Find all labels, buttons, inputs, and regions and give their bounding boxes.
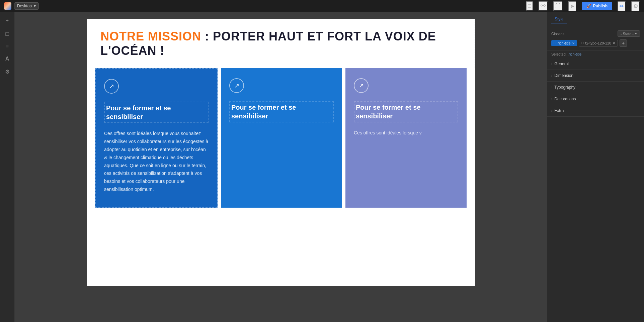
chevron-general: › xyxy=(551,62,552,66)
tag-remove-t2-typo[interactable]: ✕ xyxy=(613,41,615,45)
tag-icon-t2-typo: ☐ xyxy=(581,41,584,45)
chevron-typography: › xyxy=(551,86,552,89)
sidebar-item-layers[interactable]: ≡ xyxy=(2,41,13,51)
cursor-icon[interactable]: ➤ xyxy=(568,1,576,11)
eye-icon[interactable]: 👁 xyxy=(539,1,548,11)
chevron-extra: › xyxy=(551,109,552,113)
section-typography: › Typography xyxy=(547,82,644,93)
state-label: - State - xyxy=(621,32,634,36)
section-general: › General xyxy=(547,58,644,70)
section-general-header[interactable]: › General xyxy=(547,58,644,70)
panel-tabs: Style xyxy=(551,15,567,23)
topbar: Desktop ▾ □ 👁 ⛶ ➤ 🚀 Publish ✏ ⚙ xyxy=(0,0,644,12)
tag-rich-title[interactable]: ☐ rich-title ✕ xyxy=(551,40,577,46)
cs-tags: ☐ rich-title ✕ ☐ t2-typo-120-120 ✕ + xyxy=(551,39,640,47)
canvas-area[interactable]: NOTRE MISSION : PORTER HAUT ET FORT LA V… xyxy=(15,12,547,322)
section-decorations: › Decorations xyxy=(547,93,644,105)
hero-title-orange: NOTRE MISSION xyxy=(100,29,201,43)
chevron-dimension: › xyxy=(551,74,552,78)
card-1-arrow-icon: ↗ xyxy=(104,79,119,94)
tag-icon-rich-title: ☐ xyxy=(554,41,556,45)
section-decorations-header[interactable]: › Decorations xyxy=(547,93,644,105)
section-extra: › Extra xyxy=(547,105,644,117)
main-layout: + ◻ ≡ A ⚙ NOTRE MISSION : PORTER HAUT ET… xyxy=(0,12,644,322)
card-2[interactable]: ↗ Pour se former et se sensibiliser xyxy=(221,68,342,207)
selected-label: Selected: .rich-title xyxy=(547,50,644,58)
chevron-decorations: › xyxy=(551,97,552,101)
preview-icon[interactable]: □ xyxy=(526,1,533,11)
cs-header: Classes - State - ▾ xyxy=(551,30,640,37)
tag-remove-rich-title[interactable]: ✕ xyxy=(572,41,575,45)
panel-header: Style xyxy=(547,12,644,27)
state-arrow: ▾ xyxy=(635,31,637,36)
card-3-body: Ces offres sont idéales lorsque v xyxy=(354,129,458,137)
settings-icon: ⚙ xyxy=(5,69,10,75)
tag-label-t2-typo: t2-typo-120-120 xyxy=(585,41,612,45)
canvas-inner: NOTRE MISSION : PORTER HAUT ET FORT LA V… xyxy=(87,19,475,286)
gear-icon[interactable]: ⚙ xyxy=(631,1,640,11)
topbar-left: Desktop ▾ xyxy=(4,2,39,10)
add-class-button[interactable]: + xyxy=(620,39,627,47)
card-3[interactable]: ↗ Pour se former et se sensibiliser Ces … xyxy=(345,68,467,207)
classes-label: Classes xyxy=(551,32,564,36)
left-sidebar: + ◻ ≡ A ⚙ xyxy=(0,12,15,322)
hero-title: NOTRE MISSION : PORTER HAUT ET FORT LA V… xyxy=(100,29,461,58)
section-dimension-label: Dimension xyxy=(554,73,573,78)
typography-icon: A xyxy=(5,56,9,62)
expand-icon[interactable]: ⛶ xyxy=(553,1,563,11)
section-typography-header[interactable]: › Typography xyxy=(547,82,644,93)
card-2-title: Pour se former et se sensibiliser xyxy=(229,101,334,122)
classes-state-section: Classes - State - ▾ ☐ rich-title ✕ ☐ t2-… xyxy=(547,27,644,50)
sidebar-item-typography[interactable]: A xyxy=(2,53,13,64)
sidebar-item-settings[interactable]: ⚙ xyxy=(2,66,13,77)
cards-section: ↗ Pour se former et se sensibiliser Ces … xyxy=(87,68,475,214)
section-dimension-header[interactable]: › Dimension xyxy=(547,70,644,81)
right-panel: Style Classes - State - ▾ ☐ rich-title ✕… xyxy=(547,12,644,322)
card-3-arrow-icon: ↗ xyxy=(354,78,369,93)
publish-label: Publish xyxy=(593,4,608,8)
card-1-body: Ces offres sont idéales lorsque vous sou… xyxy=(104,130,209,193)
card-1[interactable]: ↗ Pour se former et se sensibiliser Ces … xyxy=(95,68,218,207)
edit-icon[interactable]: ✏ xyxy=(618,1,626,11)
device-select[interactable]: Desktop ▾ xyxy=(14,2,39,10)
tag-t2-typo[interactable]: ☐ t2-typo-120-120 ✕ xyxy=(579,40,618,46)
rocket-icon: 🚀 xyxy=(586,4,591,8)
section-extra-header[interactable]: › Extra xyxy=(547,105,644,116)
section-dimension: › Dimension xyxy=(547,70,644,82)
tag-label-rich-title: rich-title xyxy=(558,41,571,45)
device-arrow: ▾ xyxy=(34,4,36,8)
device-label: Desktop xyxy=(17,4,32,8)
selected-class-name: .rich-title xyxy=(568,52,582,56)
state-button[interactable]: - State - ▾ xyxy=(618,30,640,37)
card-1-title: Pour se former et se sensibiliser xyxy=(104,102,209,123)
app-logo xyxy=(4,2,11,10)
card-2-arrow-icon: ↗ xyxy=(229,78,244,93)
tab-style[interactable]: Style xyxy=(551,15,567,23)
plus-icon: + xyxy=(6,18,9,24)
publish-button[interactable]: 🚀 Publish xyxy=(582,2,612,10)
sidebar-item-select[interactable]: ◻ xyxy=(2,28,13,39)
section-general-label: General xyxy=(554,62,569,66)
section-typography-label: Typography xyxy=(554,85,575,90)
sidebar-item-add[interactable]: + xyxy=(2,15,13,26)
card-3-title: Pour se former et se sensibiliser xyxy=(354,101,458,122)
topbar-center: □ 👁 ⛶ ➤ 🚀 Publish ✏ ⚙ xyxy=(526,1,640,11)
layers-icon: ≡ xyxy=(6,43,9,49)
hero-section: NOTRE MISSION : PORTER HAUT ET FORT LA V… xyxy=(87,19,475,68)
section-extra-label: Extra xyxy=(554,108,564,113)
select-icon: ◻ xyxy=(5,30,9,37)
section-decorations-label: Decorations xyxy=(554,97,576,101)
